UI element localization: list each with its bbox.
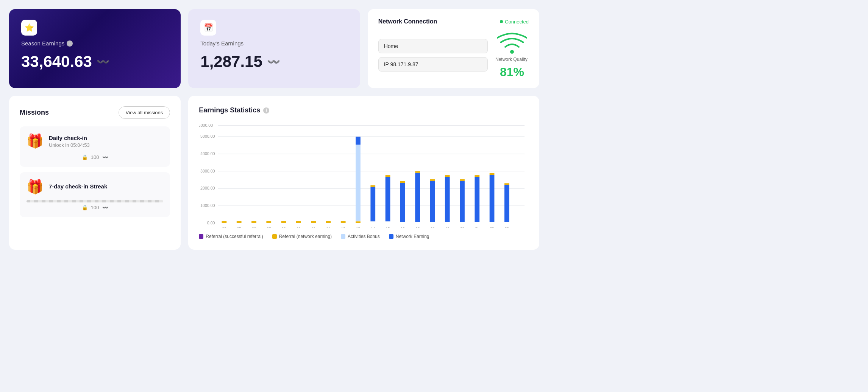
svg-text:20: 20 [460,226,464,228]
mission-info-daily: Daily check-in Unlock in 05:04:53 [49,135,90,148]
mission-top-daily: 🎁 Daily check-in Unlock in 05:04:53 [27,133,163,149]
lock-icon-streak: 🔒 [82,205,88,210]
mission-top-streak: 🎁 7-day check-in Streak [27,179,163,195]
svg-rect-39 [445,175,450,177]
svg-rect-29 [371,185,376,187]
season-value: 33,640.63 〰️ [21,53,169,71]
svg-rect-40 [460,181,465,222]
view-all-missions-button[interactable]: View all missions [119,106,170,119]
lock-icon-daily: 🔒 [82,154,88,160]
mission-emoji-daily: 🎁 [27,133,44,149]
legend-label-activities-bonus: Activities Bonus [348,234,380,239]
mission-info-streak: 7-day check-in Streak [49,183,107,191]
season-icon: ⭐ [21,20,37,36]
mission-reward-value-daily: 100 [91,154,99,160]
mission-name-daily: Daily check-in [49,135,90,141]
legend-referral-network: Referral (network earning) [272,234,332,239]
svg-text:5000.00: 5000.00 [200,134,215,138]
legend-network-earning: Network Earning [389,234,429,239]
svg-text:1000.00: 1000.00 [200,203,215,208]
mission-reward-value-streak: 100 [91,205,99,210]
legend-label-network-earning: Network Earning [396,234,429,239]
svg-rect-20 [296,221,301,223]
today-label: Today's Earnings [200,40,348,47]
mission-reward-daily: 🔒 100 〰️ [27,154,163,160]
season-trend-icon: 〰️ [97,56,110,68]
svg-text:15: 15 [386,226,390,228]
svg-rect-37 [430,179,435,181]
svg-rect-26 [356,137,361,145]
svg-text:3000.00: 3000.00 [200,169,215,173]
svg-text:09: 09 [297,226,301,228]
missions-title: Missions [20,109,49,117]
legend-color-referral-successful [199,234,203,239]
connected-dot [500,20,503,23]
mission-name-streak: 7-day check-in Streak [49,183,107,190]
svg-text:10: 10 [312,226,316,228]
svg-text:18: 18 [431,226,435,228]
quality-value: 81% [500,65,524,79]
legend-color-referral-network [272,234,277,239]
svg-rect-31 [386,175,390,177]
mission-item-streak: 🎁 7-day check-in Streak 🔒 100 〰️ [20,172,170,217]
svg-rect-30 [386,177,390,221]
svg-rect-15 [222,221,227,223]
svg-text:21: 21 [475,226,479,228]
location-field: Home [378,39,488,53]
earnings-chart-card: Earnings Statistics i 0.00 1000.00 2000.… [188,96,539,250]
chart-title-text: Earnings Statistics [199,106,260,114]
mission-reward-streak: 🔒 100 〰️ [27,205,163,210]
svg-rect-43 [475,175,480,177]
svg-text:6000.00: 6000.00 [199,123,213,128]
svg-rect-34 [415,173,420,222]
svg-text:16: 16 [401,226,405,228]
network-body: Home IP 98.171.9.87 Network Quality: 81% [378,31,529,79]
svg-text:23: 23 [505,226,509,228]
network-connection-card: Network Connection Connected Home IP 98.… [368,9,539,88]
season-amount: 33,640.63 [21,53,92,71]
chart-info-icon[interactable]: i [263,107,269,114]
season-earnings-card: ⭐ Season Earnings i 33,640.63 〰️ [9,9,181,88]
svg-rect-25 [356,145,361,221]
wifi-signal-icon [497,31,527,54]
svg-text:08: 08 [282,226,286,228]
connected-badge: Connected [500,19,529,25]
network-title: Network Connection [378,18,437,25]
svg-text:12: 12 [341,226,345,228]
svg-rect-23 [341,221,346,223]
svg-text:05: 05 [237,226,241,228]
legend-label-referral-network: Referral (network earning) [279,234,332,239]
legend-referral-successful: Referral (successful referral) [199,234,263,239]
svg-text:17: 17 [416,226,420,228]
season-info-icon[interactable]: i [67,40,73,47]
mission-emoji-streak: 🎁 [27,179,44,195]
svg-rect-27 [356,221,361,223]
svg-text:07: 07 [267,226,271,228]
chart-legend: Referral (successful referral) Referral … [199,234,529,239]
svg-text:0.00: 0.00 [207,221,215,225]
svg-rect-21 [311,221,316,223]
svg-rect-38 [445,177,450,222]
svg-rect-32 [400,183,405,222]
svg-rect-46 [504,185,509,222]
svg-rect-18 [267,221,272,223]
svg-rect-36 [430,181,435,222]
ip-field: IP 98.171.9.87 [378,57,488,72]
season-label: Season Earnings i [21,40,169,47]
mission-item-daily: 🎁 Daily check-in Unlock in 05:04:53 🔒 10… [20,126,170,167]
svg-text:13: 13 [356,226,360,228]
svg-rect-33 [400,181,405,183]
svg-text:11: 11 [326,226,331,228]
network-quality: Network Quality: 81% [495,31,529,79]
svg-rect-16 [237,221,242,223]
missions-card: Missions View all missions 🎁 Daily check… [9,96,181,250]
chart-area: 0.00 1000.00 2000.00 3000.00 4000.00 500… [199,122,529,228]
bar-chart: 0.00 1000.00 2000.00 3000.00 4000.00 500… [199,122,529,228]
svg-text:2000.00: 2000.00 [200,186,215,190]
svg-rect-47 [504,183,509,185]
svg-text:19: 19 [445,226,450,228]
missions-header: Missions View all missions [20,106,170,119]
today-trend-icon: 〰️ [267,56,280,68]
svg-rect-42 [475,177,480,222]
today-earnings-card: 📅 Today's Earnings 1,287.15 〰️ [188,9,360,88]
